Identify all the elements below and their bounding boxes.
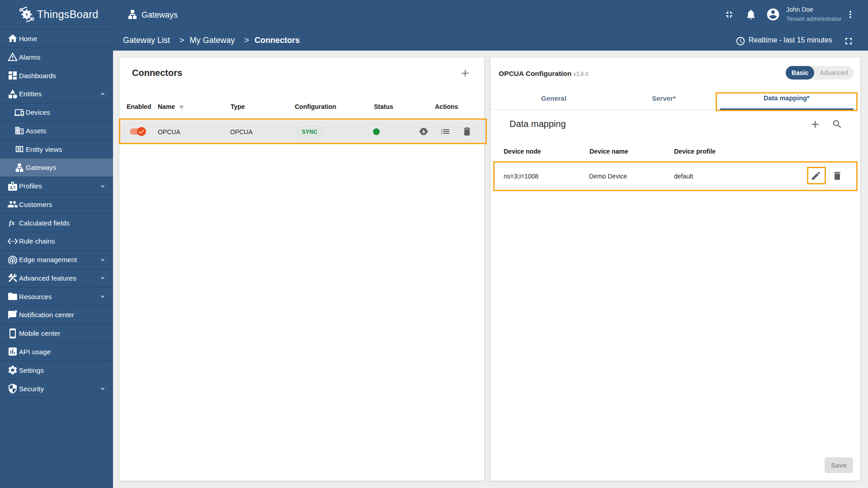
svg-text:fx: fx [9, 219, 15, 226]
